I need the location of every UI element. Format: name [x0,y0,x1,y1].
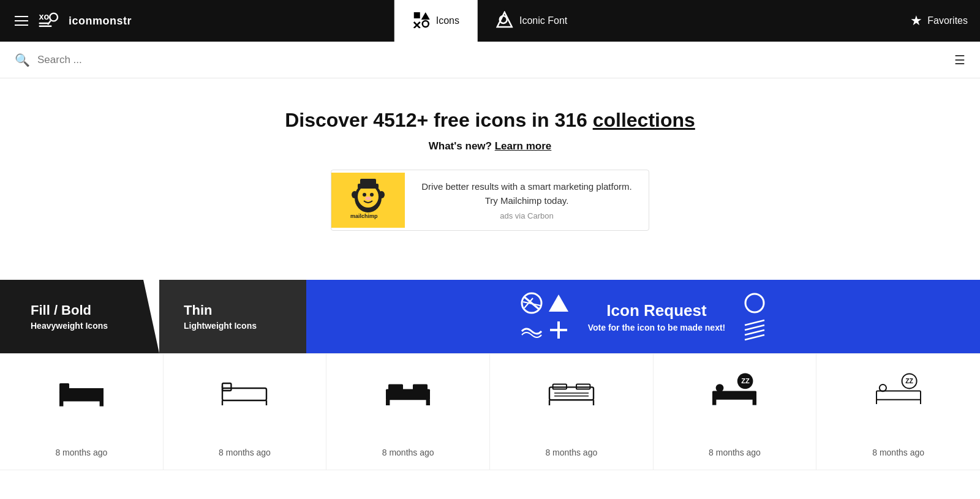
svg-line-33 [745,330,764,335]
ad-text: Drive better results with a smart market… [405,170,649,230]
logo-area[interactable]: xo iconmonstr [38,10,132,32]
main-header: xo iconmonstr Icons [0,0,980,42]
plus-icon [548,319,570,341]
hero-title-text: Discover 4512+ free icons in 316 [285,109,593,131]
whats-new-text: What's new? [429,140,495,152]
svg-rect-2 [39,26,52,27]
svg-rect-66 [876,391,921,399]
fill-bold-sub: Heavyweight Icons [31,321,159,331]
svg-rect-38 [59,400,63,407]
icon-cell-5[interactable]: ZZ 8 months ago [654,354,817,470]
request-text: Icon Request Vote for the icon to be mad… [588,301,726,332]
svg-line-32 [745,325,764,330]
request-title: Icon Request [588,301,726,320]
bed-icon-4 [547,372,596,409]
svg-rect-47 [413,385,428,391]
icon-cell-6[interactable]: ZZ 8 months ago [816,354,980,470]
svg-rect-62 [753,399,756,405]
svg-point-19 [379,191,385,198]
bed-icon-5: ZZ [710,372,759,409]
icon-cell-2[interactable]: 8 months ago [164,354,327,470]
timestamp-4: 8 months ago [545,448,597,457]
feature-icon-request[interactable]: Icon Request Vote for the icon to be mad… [306,280,980,353]
star-icon: ★ [910,13,922,29]
svg-marker-6 [421,12,430,20]
svg-rect-37 [59,383,69,392]
tab-iconic-font[interactable]: Iconic Font [478,0,586,42]
svg-rect-1 [39,23,49,24]
logo-icon: xo [38,10,62,32]
icon-cell-1[interactable]: 8 months ago [0,354,164,470]
icon-grid: 8 months ago 8 months ago 8 months ago [0,353,980,470]
header-left: xo iconmonstr [12,10,132,32]
header-nav: Icons Iconic Font [394,0,586,42]
bed-icon-1 [57,372,106,409]
svg-text:ZZ: ZZ [905,378,913,385]
svg-marker-27 [549,295,568,312]
svg-text:mailchimp: mailchimp [350,213,378,219]
svg-rect-49 [426,399,430,405]
favorites-button[interactable]: ★ Favorites [910,13,968,29]
request-decoration-icons [521,292,570,341]
ad-card[interactable]: mailchimp Drive better results with a sm… [331,170,649,231]
bed-icon-3 [383,372,432,409]
request-sub: Vote for the icon to be made next! [588,323,726,332]
timestamp-3: 8 months ago [382,448,434,457]
svg-point-18 [352,191,358,198]
svg-point-15 [363,193,366,197]
search-input[interactable] [37,54,954,66]
svg-point-59 [716,384,724,392]
learn-more-link[interactable]: Learn more [495,140,552,152]
svg-point-17 [365,197,371,200]
hero-title: Discover 4512+ free icons in 316 collect… [12,109,968,132]
wave-icon [521,319,543,341]
circle-outline-icon [744,292,766,314]
thin-title: Thin [184,302,306,318]
tab-iconic-font-label: Iconic Font [519,15,567,26]
hero-subtitle: What's new? Learn more [12,140,968,152]
ad-logo: mailchimp [331,173,405,228]
svg-point-3 [50,13,58,21]
feature-strip: Fill / Bold Heavyweight Icons Thin Light… [0,280,980,353]
fill-bold-title: Fill / Bold [31,302,159,318]
logo-text: iconmonstr [69,15,132,28]
icon-cell-4[interactable]: 8 months ago [490,354,654,470]
ad-via-text: ads via Carbon [417,211,636,220]
mailchimp-logo: mailchimp [347,176,390,225]
tab-icons-label: Icons [436,15,459,26]
filter-icon[interactable]: ☰ [954,53,965,67]
timestamp-6: 8 months ago [872,448,924,457]
svg-rect-46 [388,385,403,391]
icon-cell-3[interactable]: 8 months ago [326,354,490,470]
bed-icon-2 [220,372,269,409]
hamburger-menu[interactable] [12,13,31,28]
svg-rect-5 [414,12,420,18]
svg-rect-61 [712,399,716,405]
svg-point-16 [370,193,374,197]
svg-text:xo: xo [39,12,50,21]
feature-thin[interactable]: Thin Lightweight Icons [159,280,306,353]
svg-rect-39 [99,400,103,407]
svg-rect-41 [222,383,231,391]
svg-rect-48 [386,399,390,405]
svg-rect-35 [59,391,104,402]
timestamp-2: 8 months ago [219,448,271,457]
favorites-label: Favorites [927,15,968,26]
search-bar: 🔍 ☰ [0,42,980,78]
search-icon: 🔍 [15,53,30,67]
tab-icons[interactable]: Icons [394,0,478,42]
ad-main-text: Drive better results with a smart market… [417,180,636,208]
svg-point-30 [745,294,764,312]
feature-fill-bold[interactable]: Fill / Bold Heavyweight Icons [0,280,159,353]
svg-rect-60 [712,391,756,399]
lines-icon [744,319,766,341]
iconic-font-icon [496,11,513,31]
hero-section: Discover 4512+ free icons in 316 collect… [0,78,980,255]
collections-link[interactable]: collections [593,109,695,131]
svg-rect-21 [360,179,376,186]
thin-sub: Lightweight Icons [184,321,306,331]
bed-icon-6: ZZ [874,372,923,409]
icons-nav-icon [413,11,430,31]
timestamp-5: 8 months ago [709,448,761,457]
request-action-icons [744,292,766,341]
